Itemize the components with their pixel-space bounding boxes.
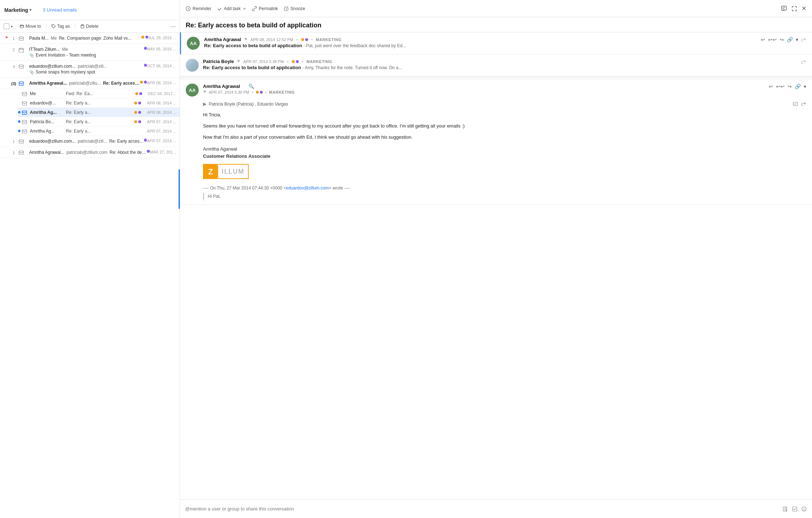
email-tags: [144, 64, 147, 67]
more-action-icon[interactable]: ▾: [804, 84, 806, 89]
reply-bar: [180, 499, 812, 518]
task-icon[interactable]: [792, 506, 798, 512]
reminder-button[interactable]: Reminder: [186, 6, 211, 11]
tag-icon: [51, 24, 56, 28]
search-icon[interactable]: 🔍: [248, 84, 254, 89]
reply-input[interactable]: [185, 506, 780, 512]
tag-purple: [147, 150, 150, 153]
svg-rect-7: [22, 92, 27, 96]
reply-icon[interactable]: ↩: [761, 37, 765, 43]
email-row[interactable]: 3 eduardov@zillum.com... patriciab@zill.…: [0, 61, 180, 78]
to-actions: [793, 101, 806, 107]
folder-chevron-icon[interactable]: ▾: [30, 8, 31, 12]
message-meta: Amritha Agrawal · 🔍 ⚑ APR 07, 2014 5:30 …: [203, 84, 764, 94]
folder-title[interactable]: Marketing ▾: [4, 7, 31, 13]
email-content: eduardov@zillum.com... patriciab@zill...…: [29, 64, 144, 75]
close-icon[interactable]: ✕: [802, 5, 806, 12]
move-to-button[interactable]: Move to: [17, 22, 44, 30]
message-body: Hi Tricia, Seems like you have not turne…: [180, 111, 812, 204]
email-main-subject: Re: Early access to beta build of applic…: [186, 22, 806, 29]
email-tags: [144, 139, 147, 142]
comment-icon[interactable]: [781, 5, 787, 12]
thread-date: APR 07, 2014 ...: [147, 129, 176, 133]
svg-point-24: [804, 508, 805, 509]
message-date: APR 07, 2014 5:38 PM: [243, 59, 284, 64]
message-to-line: ▶ Patricia Boyle (Patricia) , Eduardo Va…: [180, 101, 812, 107]
thread-sender: Amritha Ag...: [30, 110, 66, 115]
unread-dot: [18, 130, 21, 132]
more-options-button[interactable]: ⋯: [170, 23, 176, 30]
snooze-button[interactable]: Snooze: [284, 6, 305, 11]
right-toolbar: Reminder Add task Permalink Snooze ✕: [180, 0, 812, 17]
message-header: Patricia Boyle ⚑ APR 07, 2014 5:38 PM ● …: [180, 54, 812, 76]
expand-icon[interactable]: [791, 5, 797, 12]
tag-as-button[interactable]: Tag as: [49, 22, 73, 30]
more-action-icon[interactable]: ▾: [796, 37, 798, 43]
select-chevron-icon[interactable]: ▾: [11, 24, 13, 28]
message-meta: Patricia Boyle ⚑ APR 07, 2014 5:38 PM ● …: [203, 59, 797, 70]
thread-row[interactable]: eduardov@... Re: Early a... APR 08, 2014…: [18, 98, 180, 108]
sender-name: eduardov@zillum.com...: [29, 64, 76, 69]
reply-icon[interactable]: ↩: [769, 84, 773, 89]
email-row[interactable]: (3) Amritha Agrawal... patriciab@zillu..…: [0, 78, 180, 89]
thread-row[interactable]: Amritha Ag... Re: Early a... APR 07, 201…: [18, 126, 180, 136]
dot-separator: ●: [296, 37, 298, 41]
thread-subject: Re: Early a...: [66, 110, 133, 115]
email-row[interactable]: 1 eduardov@zillum.com... patriciab@zill.…: [0, 136, 180, 147]
add-task-button[interactable]: Add task: [217, 6, 246, 11]
reply-all-icon[interactable]: ↩↩: [776, 84, 785, 89]
folder-name: Marketing: [4, 7, 28, 13]
message-separator: [180, 76, 812, 79]
email-type-icon: [17, 48, 25, 53]
dot-separator: ●: [287, 59, 289, 63]
email-row[interactable]: 1 Amritha Agrawal... patriciab@zillum.co…: [0, 147, 180, 158]
svg-rect-10: [22, 120, 27, 124]
unread-count-label: 3 Unread emails: [43, 7, 77, 13]
view-thread-icon[interactable]: [793, 101, 798, 107]
message-tags: [301, 38, 308, 41]
share-icon[interactable]: [801, 59, 806, 64]
tag-purple: [144, 139, 147, 142]
svg-rect-11: [22, 130, 27, 133]
tag-purple: [145, 36, 148, 39]
sender-name: Amritha Agrawal...: [29, 81, 67, 86]
emoji-icon[interactable]: [801, 506, 807, 512]
share-msg-icon[interactable]: [801, 101, 806, 107]
expand-recipients-icon[interactable]: ▶: [203, 101, 207, 107]
email-content: ITTeam Zillum... Me 📎 Event Invitation -…: [29, 47, 144, 58]
message-card[interactable]: AA Amritha Agrawal ⚑ APR 08, 2014 12:52 …: [180, 32, 812, 54]
reply-all-icon[interactable]: ↩↩: [768, 37, 777, 43]
select-all-checkbox[interactable]: [4, 23, 9, 29]
quoted-email-link[interactable]: eduardov@zillum.com: [286, 186, 329, 191]
forward-icon[interactable]: ↪: [780, 37, 784, 43]
snooze-label: Snooze: [290, 6, 305, 11]
email-row[interactable]: 2 ITTeam Zillum... Me 📎 Event Invitation…: [0, 44, 180, 61]
sender-name: Paula M...: [29, 36, 49, 41]
message-card[interactable]: Patricia Boyle ⚑ APR 07, 2014 5:38 PM ● …: [180, 54, 812, 76]
email-tags: [147, 150, 150, 153]
folder-icon: [20, 24, 24, 28]
email-content: Paula M... Me Re. Comparison page: Zoho …: [29, 36, 141, 41]
thread-tags: [134, 111, 141, 114]
delete-button[interactable]: Delete: [77, 22, 102, 30]
note-icon[interactable]: [782, 506, 788, 512]
svg-rect-13: [19, 151, 23, 155]
permalink-button[interactable]: Permalink: [252, 6, 278, 11]
link-icon: [252, 6, 257, 11]
email-group: (3) Amritha Agrawal... patriciab@zillu..…: [0, 78, 180, 136]
message-actions: ↩ ↩↩ ↪ 🔗 ▾: [769, 84, 806, 89]
share-icon[interactable]: [801, 37, 806, 43]
message-preview: - Pat, just went over the feedback doc s…: [303, 43, 406, 48]
thread-row[interactable]: Me Fwd: Re: Ea... DEC 04, 2017...: [18, 89, 180, 98]
email-row[interactable]: ⚑ 1 Paula M... Me Re. Comparison page: Z…: [0, 33, 180, 44]
forward-icon[interactable]: ↪: [788, 84, 792, 89]
thread-row[interactable]: Patricia Bo... Re: Early a... APR 07, 20…: [18, 117, 180, 126]
link-action-icon[interactable]: 🔗: [795, 84, 801, 89]
delete-label: Delete: [86, 24, 99, 29]
sender-to: patriciab@zillu...: [69, 81, 101, 86]
thread-row[interactable]: Amritha Ag... Re: Early a... APR 08, 201…: [18, 108, 180, 117]
sig-title: Customer Relations Associate: [203, 153, 806, 160]
message-flag-icon: ⚑: [203, 90, 207, 94]
tag-orange: [301, 38, 304, 41]
link-action-icon[interactable]: 🔗: [787, 37, 793, 43]
